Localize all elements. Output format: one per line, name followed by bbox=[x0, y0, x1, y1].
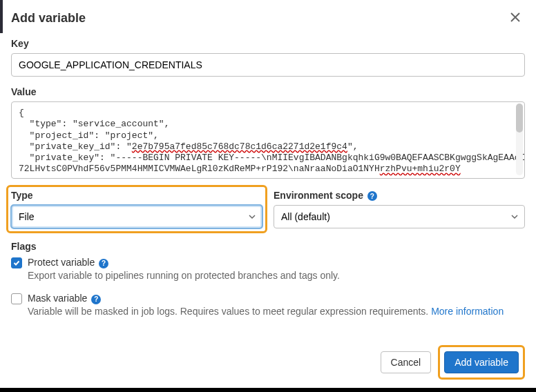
mask-label: Mask variable ? bbox=[28, 293, 101, 304]
window-bottom-edge bbox=[0, 388, 536, 392]
add-variable-modal: Add variable Key Value { "type": "servic… bbox=[0, 0, 536, 388]
value-content: { "type": "service_account", "project_id… bbox=[19, 108, 517, 175]
type-label: Type bbox=[11, 190, 262, 201]
flags-label: Flags bbox=[11, 241, 525, 252]
submit-highlight: Add variable bbox=[438, 345, 525, 380]
scope-label: Environment scope ? bbox=[274, 190, 525, 201]
add-variable-button[interactable]: Add variable bbox=[444, 351, 519, 373]
cancel-button[interactable]: Cancel bbox=[381, 351, 432, 373]
protect-desc: Export variable to pipelines running on … bbox=[28, 270, 525, 281]
check-icon bbox=[13, 259, 20, 266]
protect-label: Protect variable ? bbox=[28, 257, 108, 268]
protect-variable-row: Protect variable ? Export variable to pi… bbox=[11, 256, 525, 281]
type-highlight: Type File bbox=[6, 185, 267, 233]
scope-select[interactable]: All (default) bbox=[274, 205, 525, 228]
scrollbar-thumb[interactable] bbox=[516, 104, 523, 133]
more-info-link[interactable]: More information bbox=[431, 306, 504, 317]
modal-title: Add variable bbox=[11, 11, 525, 26]
scope-value: All (default) bbox=[281, 211, 330, 222]
key-label: Key bbox=[11, 38, 525, 49]
help-icon[interactable]: ? bbox=[99, 259, 108, 268]
close-button[interactable] bbox=[507, 10, 524, 26]
protect-checkbox[interactable] bbox=[11, 257, 22, 268]
mask-checkbox[interactable] bbox=[11, 293, 22, 304]
close-icon bbox=[510, 12, 520, 22]
type-value: File bbox=[19, 211, 35, 222]
mask-desc: Variable will be masked in job logs. Req… bbox=[28, 306, 525, 317]
mask-variable-row: Mask variable ? Variable will be masked … bbox=[11, 292, 525, 317]
value-label: Value bbox=[11, 86, 525, 97]
value-hash: 2e7b795a7fed85c768dc78c1d6ca2271d2e1f9c4 bbox=[132, 141, 347, 152]
type-select[interactable]: File bbox=[11, 205, 262, 228]
value-textarea[interactable]: { "type": "service_account", "project_id… bbox=[11, 101, 525, 179]
help-icon[interactable]: ? bbox=[91, 295, 101, 304]
scrollbar[interactable] bbox=[516, 104, 523, 175]
help-icon[interactable]: ? bbox=[367, 191, 377, 201]
modal-footer: Cancel Add variable bbox=[381, 345, 525, 380]
key-input[interactable] bbox=[11, 53, 525, 77]
